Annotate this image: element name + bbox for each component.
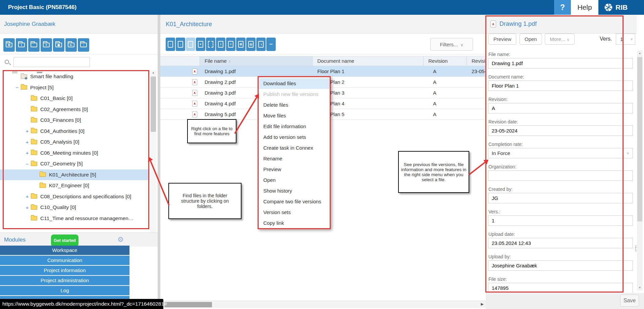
- column-document-name[interactable]: Document name: [313, 56, 424, 66]
- file-toolbar: ↑ ↓ → × i + ⚙ ◎ ◑ ••• Filters...∨: [160, 34, 486, 54]
- rib-logo-icon: [604, 3, 613, 12]
- module-item-project-information[interactable]: Project information: [0, 266, 129, 275]
- context-menu: Download files Publish new file versions…: [258, 76, 331, 229]
- menu-item-edit-file-information[interactable]: Edit file information: [259, 121, 330, 132]
- modules-header: Modules Get started ⚙: [0, 233, 158, 247]
- module-item-communication[interactable]: Communication: [0, 256, 129, 265]
- folder-title: K01_Architecture: [166, 21, 212, 28]
- pdf-file-icon: ∧: [192, 79, 197, 85]
- horizontal-scrollbar[interactable]: ▶: [160, 301, 486, 308]
- folder-delete-icon: ×: [43, 43, 50, 47]
- save-button[interactable]: Save: [620, 295, 639, 307]
- folder-delete-button[interactable]: ×: [41, 38, 52, 52]
- rib-logo: RIB: [604, 3, 628, 12]
- gear-icon[interactable]: ⚙: [117, 236, 124, 244]
- annotation-callout-find-files: Find files in the folder structure by cl…: [168, 183, 241, 219]
- chevron-down-icon: ∨: [630, 37, 633, 41]
- scrollbar-thumb[interactable]: [637, 57, 642, 221]
- scroll-right-icon[interactable]: ▶: [481, 302, 484, 306]
- add-file-button[interactable]: +: [226, 38, 235, 51]
- menu-item-open[interactable]: Open: [259, 175, 330, 186]
- pdf-file-icon: ∧: [192, 68, 197, 74]
- column-revision[interactable]: Revision: [424, 56, 467, 66]
- rib-brand-text: RIB: [615, 3, 628, 11]
- ellipsis-icon: •••: [269, 43, 272, 46]
- upload-file-button[interactable]: ↑: [166, 38, 175, 51]
- file-process-button[interactable]: ⚙: [236, 38, 246, 51]
- top-bar: Project Basic (PN587546) ? Help RIB: [0, 0, 644, 15]
- menu-item-compare-two-file-versions[interactable]: Compare two file versions: [259, 196, 330, 207]
- folder-permissions-icon: o-: [68, 43, 74, 47]
- help-button[interactable]: Help: [571, 0, 598, 15]
- chevron-down-icon: ∨: [627, 151, 629, 155]
- column-file-name[interactable]: File name↑: [200, 56, 313, 66]
- publish-file-icon: →: [188, 41, 193, 48]
- folder-title-header: K01_Architecture: [160, 15, 486, 34]
- module-item-project-administration[interactable]: Project administration: [0, 276, 129, 285]
- module-item-workspace[interactable]: Workspace: [0, 246, 129, 255]
- module-item-log[interactable]: Log: [0, 286, 129, 295]
- folder-settings-button[interactable]: ⚙: [3, 38, 15, 52]
- menu-item-add-to-version-sets[interactable]: Add to version sets: [259, 132, 330, 143]
- scrollbar-thumb[interactable]: [151, 76, 156, 132]
- menu-item-create-task-in-connex[interactable]: Create task in Connex: [259, 143, 330, 153]
- folder-view-icon: ◉: [55, 43, 62, 47]
- menu-item-delete-files[interactable]: Delete files: [259, 100, 330, 110]
- search-input[interactable]: [13, 57, 90, 67]
- chevron-down-icon: ∨: [461, 43, 464, 47]
- folder-view-button[interactable]: ◉: [53, 38, 64, 52]
- page-title: Project Basic (PN587546): [8, 4, 76, 11]
- annotation-callout-right-click: Right click on a file to find more featu…: [187, 119, 236, 143]
- get-started-button[interactable]: Get started: [51, 235, 78, 247]
- scroll-down-icon[interactable]: ▼: [637, 286, 643, 289]
- download-file-button[interactable]: ↓: [176, 38, 185, 51]
- panel-splitter[interactable]: [158, 15, 160, 309]
- sort-ascending-icon: ↑: [229, 59, 231, 64]
- details-scrollbar[interactable]: ▲ ▼: [637, 50, 643, 291]
- new-file-button[interactable]: [206, 38, 215, 51]
- file-versions-button[interactable]: ◑: [256, 38, 266, 51]
- scrollbar-thumb[interactable]: [164, 302, 212, 307]
- annotation-red-box-details: [485, 15, 624, 293]
- folder-new-button[interactable]: [28, 38, 40, 52]
- column-revision-date[interactable]: Revision date: [467, 56, 486, 66]
- menu-item-move-files[interactable]: Move files: [259, 110, 330, 121]
- folder-download-icon: ↓: [80, 43, 87, 47]
- menu-item-version-sets[interactable]: Version sets: [259, 207, 330, 218]
- menu-item-publish-new-file-versions: Publish new file versions: [259, 89, 330, 100]
- help-question-icon[interactable]: ?: [554, 0, 571, 15]
- add-file-icon: +: [228, 41, 233, 48]
- download-file-icon: ↓: [178, 41, 183, 48]
- folder-new-icon: [31, 43, 37, 47]
- filters-dropdown[interactable]: Filters...∨: [430, 38, 473, 51]
- search-icon: [5, 60, 9, 64]
- scroll-up-icon[interactable]: ▲: [637, 52, 643, 55]
- menu-item-copy-link[interactable]: Copy link: [259, 218, 330, 228]
- delete-file-button[interactable]: ×: [196, 38, 205, 51]
- table-row-drawing1[interactable]: ∧ Drawing 1.pdf Floor Plan 1 A 23-05-202…: [160, 66, 486, 77]
- annotation-callout-side-menu: See previous file versions, file informa…: [398, 151, 469, 193]
- new-file-icon: [208, 41, 213, 48]
- folder-info-button[interactable]: i: [16, 38, 27, 52]
- folder-toolbar: ⚙ i × ◉ o- ↓: [0, 34, 158, 54]
- file-info-button[interactable]: i: [216, 38, 225, 51]
- pdf-file-icon: ∧: [192, 101, 197, 107]
- scroll-up-icon[interactable]: ▲: [150, 71, 156, 74]
- more-actions-button[interactable]: •••: [266, 38, 276, 51]
- menu-item-download-files[interactable]: Download files: [259, 78, 330, 89]
- table-header: File name↑ Document name Revision Revisi…: [160, 56, 486, 66]
- left-panel-header: Josephine Graabæk: [0, 15, 158, 34]
- menu-item-rename[interactable]: Rename: [259, 153, 330, 164]
- file-preview-button[interactable]: ◎: [246, 38, 256, 51]
- folder-download-button[interactable]: ↓: [78, 38, 89, 52]
- upload-file-icon: ↑: [168, 41, 173, 48]
- menu-item-show-history[interactable]: Show history: [259, 186, 330, 196]
- file-process-icon: ⚙: [238, 41, 244, 48]
- publish-file-button[interactable]: →: [186, 38, 195, 51]
- menu-item-preview[interactable]: Preview: [259, 164, 330, 175]
- file-versions-icon: ◑: [258, 41, 264, 48]
- modules-title: Modules: [4, 237, 25, 243]
- pdf-file-icon: ∧: [192, 90, 197, 96]
- annotation-red-box-tree: [3, 70, 149, 229]
- folder-permissions-button[interactable]: o-: [65, 38, 77, 52]
